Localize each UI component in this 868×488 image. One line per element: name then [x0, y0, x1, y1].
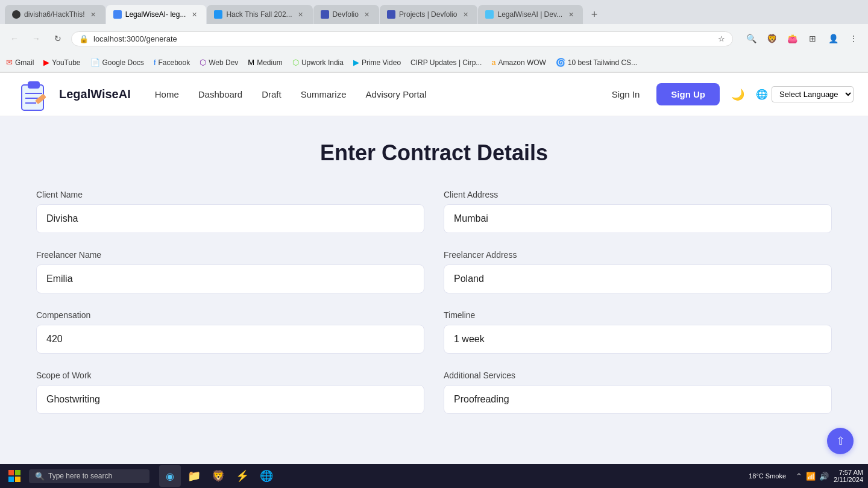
bookmark-prime[interactable]: ▶ Prime Video — [353, 58, 401, 67]
tab-5[interactable]: Projects | Devfolio ✕ — [380, 5, 478, 24]
timeline-input[interactable] — [444, 325, 832, 354]
page-title: Enter Contract Details — [36, 140, 832, 166]
search-icon[interactable]: 🔍 — [743, 30, 760, 47]
bookmark-amazon[interactable]: a Amazon WOW — [491, 58, 546, 67]
tab-favicon-4 — [321, 10, 329, 19]
profile-icon[interactable]: 👤 — [825, 30, 841, 47]
bookmark-tailwind-label: 10 best Tailwind CS... — [568, 58, 637, 67]
tab-3[interactable]: Hack This Fall 202... ✕ — [207, 5, 312, 24]
compensation-input[interactable] — [36, 325, 424, 354]
tab-1[interactable]: divisha6/HackThis! ✕ — [5, 5, 105, 24]
bookmark-youtube-label: YouTube — [52, 58, 80, 67]
tab-close-5[interactable]: ✕ — [461, 10, 470, 19]
logo-image — [14, 75, 53, 114]
freelancer-name-label: Freelancer Name — [36, 250, 424, 260]
taskbar: 🔍 Type here to search ◉ 📁 🦁 ⚡ 🌐 18°C Smo… — [0, 464, 868, 465]
bookmark-medium[interactable]: M Medium — [248, 58, 283, 67]
field-group-client-name: Client Name — [36, 190, 424, 233]
field-group-client-address: Client Address — [444, 190, 832, 233]
tab-favicon-2 — [113, 10, 122, 19]
reload-button[interactable]: ↻ — [49, 30, 66, 47]
bookmark-facebook-label: Facebook — [159, 58, 190, 67]
bookmark-gmail-label: Gmail — [15, 58, 34, 67]
timeline-label: Timeline — [444, 310, 832, 320]
wallet-icon[interactable]: 👛 — [784, 30, 800, 47]
bookmark-gmail[interactable]: ✉ Gmail — [6, 58, 34, 67]
bookmark-webdev-label: Web Dev — [209, 58, 238, 67]
field-group-scope: Scope of Work — [36, 371, 424, 414]
split-view-icon[interactable]: ⊞ — [804, 30, 821, 47]
bookmark-upwork[interactable]: ⬡ Upwork India — [292, 58, 344, 67]
tab-close-1[interactable]: ✕ — [89, 10, 98, 19]
field-group-compensation: Compensation — [36, 310, 424, 354]
tab-favicon-3 — [214, 10, 222, 19]
field-group-additional-services: Additional Services — [444, 371, 832, 414]
tab-title-4: Devfolio — [333, 10, 359, 19]
forward-button[interactable]: → — [28, 30, 45, 47]
sign-up-button[interactable]: Sign Up — [656, 83, 720, 105]
bookmark-google-docs[interactable]: 📄 Google Docs — [90, 58, 144, 67]
bookmark-google-docs-label: Google Docs — [102, 58, 144, 67]
form-grid: Client Name Client Address Freelancer Na… — [36, 190, 832, 414]
tab-close-4[interactable]: ✕ — [362, 10, 372, 19]
tab-title-3: Hack This Fall 202... — [226, 10, 292, 19]
brave-icon[interactable]: 🦁 — [763, 30, 780, 47]
dark-mode-toggle[interactable]: 🌙 — [727, 84, 749, 105]
tab-title-2: LegalWiseAI- leg... — [125, 10, 186, 19]
navbar: LegalWiseAI Home Dashboard Draft Summari… — [0, 73, 868, 116]
bookmark-medium-label: Medium — [257, 58, 283, 67]
client-name-input[interactable] — [36, 204, 424, 233]
additional-services-input[interactable] — [444, 385, 832, 414]
bookmark-tailwind[interactable]: 🌀 10 best Tailwind CS... — [556, 58, 637, 67]
freelancer-address-input[interactable] — [444, 264, 832, 293]
app-wrapper: LegalWiseAI Home Dashboard Draft Summari… — [0, 73, 868, 465]
freelancer-name-input[interactable] — [36, 264, 424, 293]
tab-favicon-1 — [12, 10, 20, 19]
nav-advisory-portal[interactable]: Advisory Portal — [366, 89, 427, 99]
browser-actions: 🔍 🦁 👛 ⊞ 👤 ⋮ — [743, 30, 862, 47]
tab-2[interactable]: LegalWiseAI- leg... ✕ — [106, 5, 207, 24]
bookmark-facebook[interactable]: f Facebook — [154, 58, 190, 67]
star-icon[interactable]: ☆ — [718, 34, 725, 43]
scroll-top-button[interactable]: ⇧ — [827, 428, 854, 454]
bookmark-youtube[interactable]: ▶ YouTube — [43, 58, 80, 67]
language-select[interactable]: Select Language English Hindi French — [772, 86, 854, 102]
scope-label: Scope of Work — [36, 371, 424, 380]
nav-summarize[interactable]: Summarize — [301, 89, 347, 99]
nav-dashboard[interactable]: Dashboard — [198, 89, 242, 99]
browser-chrome: divisha6/HackThis! ✕ LegalWiseAI- leg...… — [0, 0, 868, 73]
tab-title-1: divisha6/HackThis! — [24, 10, 85, 19]
menu-icon[interactable]: ⋮ — [845, 30, 862, 47]
tab-6[interactable]: LegalWiseAI | Dev... ✕ — [478, 5, 583, 24]
language-selector-wrapper: 🌐 Select Language English Hindi French — [756, 86, 854, 102]
url-display: localhost:3000/generate — [93, 34, 713, 43]
tab-favicon-6 — [485, 10, 494, 19]
compensation-label: Compensation — [36, 310, 424, 320]
bookmarks-bar: ✉ Gmail ▶ YouTube 📄 Google Docs f Facebo… — [0, 53, 868, 72]
tab-close-2[interactable]: ✕ — [189, 10, 199, 19]
tab-close-6[interactable]: ✕ — [566, 10, 576, 19]
tab-close-3[interactable]: ✕ — [296, 10, 306, 19]
nav-links: Home Dashboard Draft Summarize Advisory … — [155, 89, 602, 99]
bookmark-cirp-label: CIRP Updates | Cirp... — [410, 58, 482, 67]
client-address-label: Client Address — [444, 190, 832, 199]
address-bar[interactable]: 🔒 localhost:3000/generate ☆ — [71, 31, 733, 46]
back-button[interactable]: ← — [6, 30, 23, 47]
client-address-input[interactable] — [444, 204, 832, 233]
field-group-freelancer-name: Freelancer Name — [36, 250, 424, 293]
tab-4[interactable]: Devfolio ✕ — [313, 5, 379, 24]
scope-input[interactable] — [36, 385, 424, 414]
bookmark-prime-label: Prime Video — [362, 58, 401, 67]
tab-favicon-5 — [387, 10, 395, 19]
field-group-timeline: Timeline — [444, 310, 832, 354]
bookmark-cirp[interactable]: CIRP Updates | Cirp... — [410, 58, 482, 67]
bookmark-webdev[interactable]: ⬡ Web Dev — [200, 58, 238, 67]
nav-home[interactable]: Home — [155, 89, 179, 99]
new-tab-button[interactable]: + — [586, 6, 603, 23]
nav-draft[interactable]: Draft — [262, 89, 281, 99]
sign-in-button[interactable]: Sign In — [602, 84, 650, 104]
language-icon: 🌐 — [756, 89, 768, 100]
client-name-label: Client Name — [36, 190, 424, 199]
logo-text: LegalWiseAI — [59, 87, 131, 101]
nav-actions: Sign In Sign Up 🌙 🌐 Select Language Engl… — [602, 83, 854, 105]
